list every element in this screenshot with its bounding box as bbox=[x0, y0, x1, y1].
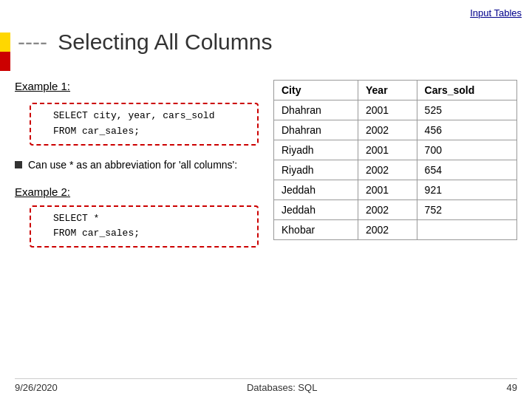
accent-bar-bottom bbox=[0, 52, 10, 71]
col-year: Year bbox=[358, 81, 417, 100]
table-cell: Riyadh bbox=[274, 140, 358, 160]
table-header-row: City Year Cars_sold bbox=[274, 81, 517, 100]
table-cell: 2002 bbox=[358, 200, 417, 220]
table-cell: Riyadh bbox=[274, 160, 358, 180]
table-cell: Dhahran bbox=[274, 120, 358, 140]
example1-code-box: SELECT city, year, cars_sold FROM car_sa… bbox=[30, 103, 259, 146]
dashes: ---- bbox=[18, 30, 47, 54]
table-cell: 654 bbox=[417, 160, 516, 180]
table-cell: Dhahran bbox=[274, 100, 358, 120]
page-title: ---- Selecting All Columns bbox=[18, 30, 532, 55]
accent-bar-top bbox=[0, 33, 10, 52]
footer: 9/26/2020 Databases: SQL 49 bbox=[15, 378, 517, 393]
bullet-icon bbox=[15, 161, 22, 168]
table-cell: 921 bbox=[417, 180, 516, 200]
example1-label: Example 1: bbox=[15, 80, 259, 92]
example2-code-line2: FROM car_sales; bbox=[53, 226, 250, 242]
footer-page: 49 bbox=[507, 382, 517, 393]
example2-label: Example 2: bbox=[15, 185, 259, 198]
table-cell: 2002 bbox=[358, 160, 417, 180]
table-row: Jeddah2001921 bbox=[274, 180, 517, 200]
table-cell: 525 bbox=[417, 100, 516, 120]
table-cell: Jeddah bbox=[274, 200, 358, 220]
table-cell bbox=[417, 220, 516, 240]
table-cell: 700 bbox=[417, 140, 516, 160]
main-content: Example 1: SELECT city, year, cars_sold … bbox=[15, 80, 517, 369]
table-row: Dhahran2001525 bbox=[274, 100, 517, 120]
col-city: City bbox=[274, 81, 358, 100]
table-row: Riyadh2001700 bbox=[274, 140, 517, 160]
table-cell: 2002 bbox=[358, 120, 417, 140]
table-cell: 2001 bbox=[358, 140, 417, 160]
footer-center: Databases: SQL bbox=[247, 382, 317, 393]
table-row: Dhahran2002456 bbox=[274, 120, 517, 140]
bullet-text: Can use * as an abbreviation for 'all co… bbox=[28, 159, 237, 171]
table-cell: 2001 bbox=[358, 180, 417, 200]
table-row: Riyadh2002654 bbox=[274, 160, 517, 180]
footer-date: 9/26/2020 bbox=[15, 382, 58, 393]
table-cell: 2001 bbox=[358, 100, 417, 120]
accent-bar bbox=[0, 33, 10, 71]
table-cell: Jeddah bbox=[274, 180, 358, 200]
bullet-point: Can use * as an abbreviation for 'all co… bbox=[15, 159, 259, 171]
table-cell: 752 bbox=[417, 200, 516, 220]
example1-code-line2: FROM car_sales; bbox=[53, 124, 250, 140]
left-column: Example 1: SELECT city, year, cars_sold … bbox=[15, 80, 259, 369]
data-table: City Year Cars_sold Dhahran2001525Dhahra… bbox=[273, 80, 517, 240]
input-tables-link[interactable]: Input Tables bbox=[470, 7, 522, 18]
right-column: City Year Cars_sold Dhahran2001525Dhahra… bbox=[273, 80, 517, 369]
title-text: Selecting All Columns bbox=[58, 30, 272, 54]
table-row: Jeddah2002752 bbox=[274, 200, 517, 220]
table-cell: Khobar bbox=[274, 220, 358, 240]
table-cell: 456 bbox=[417, 120, 516, 140]
example2-code-line1: SELECT * bbox=[53, 211, 250, 227]
table-row: Khobar2002 bbox=[274, 220, 517, 240]
example2-code: SELECT * FROM car_sales; bbox=[53, 211, 250, 242]
example1-code: SELECT city, year, cars_sold FROM car_sa… bbox=[53, 109, 250, 140]
example2-code-box: SELECT * FROM car_sales; bbox=[30, 205, 259, 248]
col-cars-sold: Cars_sold bbox=[417, 81, 516, 100]
table-cell: 2002 bbox=[358, 220, 417, 240]
example1-code-line1: SELECT city, year, cars_sold bbox=[53, 109, 250, 124]
